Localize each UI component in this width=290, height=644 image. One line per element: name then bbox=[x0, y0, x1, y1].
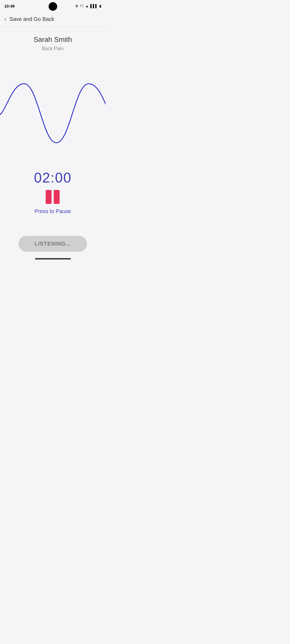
wave-path bbox=[0, 84, 106, 143]
camera-notch bbox=[49, 2, 57, 11]
wave-svg bbox=[0, 62, 106, 153]
shield-icon: 🛡 bbox=[80, 4, 84, 8]
status-time: 10:49 bbox=[4, 4, 15, 8]
back-arrow-icon: ‹ bbox=[4, 16, 6, 23]
main-content: Sarah Smith Back Pain 02:00 Press to Pau… bbox=[0, 27, 106, 252]
listening-label: LISTENING... bbox=[35, 241, 71, 247]
timer-section: 02:00 Press to Pause bbox=[34, 170, 71, 214]
press-to-pause-label: Press to Pause bbox=[35, 208, 71, 214]
patient-name: Sarah Smith bbox=[34, 35, 72, 44]
battery-icon: ▮ bbox=[99, 4, 101, 8]
pause-bar-right bbox=[54, 190, 60, 204]
nav-title: Save and Go Back bbox=[9, 16, 54, 22]
patient-condition: Back Pain bbox=[42, 46, 64, 52]
waveform-chart bbox=[0, 62, 106, 153]
status-icons: ⚙ 🛡 ▲ ▌▌▌ ▮ bbox=[75, 4, 101, 8]
pause-bar-left bbox=[46, 190, 52, 204]
nav-bar: ‹ Save and Go Back bbox=[0, 12, 106, 27]
pause-icon-container[interactable] bbox=[46, 190, 60, 204]
timer-display: 02:00 bbox=[34, 170, 71, 186]
home-indicator bbox=[35, 258, 71, 259]
listening-button[interactable]: LISTENING... bbox=[19, 236, 87, 252]
status-bar: 10:49 ⚙ 🛡 ▲ ▌▌▌ ▮ bbox=[0, 0, 106, 12]
wifi-icon: ▲ bbox=[85, 4, 89, 8]
signal-icon: ▌▌▌ bbox=[90, 4, 98, 8]
back-button[interactable]: ‹ Save and Go Back bbox=[4, 16, 54, 23]
settings-icon: ⚙ bbox=[75, 4, 78, 8]
